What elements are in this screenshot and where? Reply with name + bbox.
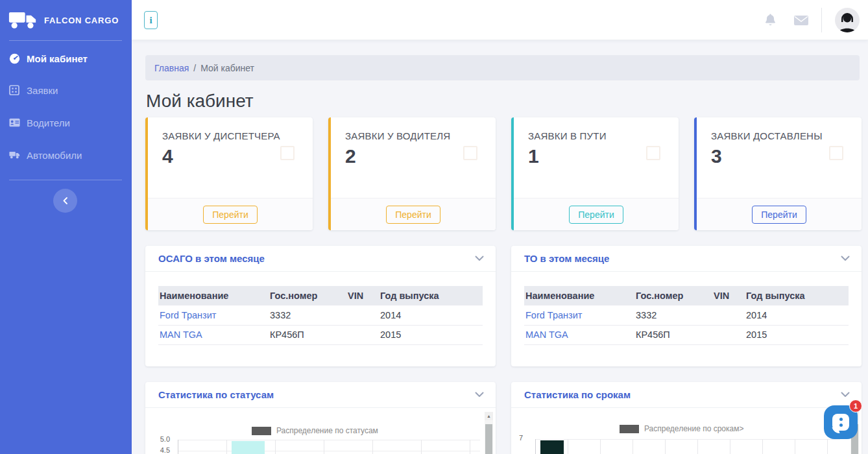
table-header-row: Наименование Гос.номер VIN Год выпуска — [524, 286, 849, 305]
panel-title: Статистика по срокам — [524, 389, 631, 400]
dashboard-icon — [9, 53, 20, 64]
stat-card-ghost-icon — [829, 146, 843, 160]
requests-icon — [9, 85, 20, 96]
stat-card-label: ЗАЯВКИ У ВОДИТЕЛЯ — [345, 130, 484, 141]
page-title: Мой кабинет — [146, 91, 254, 112]
sidebar-item-my-cabinet[interactable]: Мой кабинет — [9, 51, 126, 66]
messages-envelope-icon[interactable] — [794, 13, 808, 27]
y-axis-tick: 7 — [506, 434, 523, 442]
chart-bar — [232, 441, 265, 454]
to-table: Наименование Гос.номер VIN Год выпуска F… — [524, 286, 849, 345]
stat-card-dispatcher: ЗАЯВКИ У ДИСПЕТЧЕРА 4 Перейти — [145, 117, 313, 230]
chat-unread-badge: 1 — [849, 400, 862, 412]
year-cell: 2014 — [745, 305, 849, 325]
stat-card-ghost-icon — [646, 146, 660, 160]
stat-card-delivered: ЗАЯВКИ ДОСТАВЛЕНЫ 3 Перейти — [694, 117, 862, 230]
topbar-actions — [763, 0, 860, 40]
sidebar-divider — [9, 180, 122, 180]
table-header-row: Наименование Гос.номер VIN Год выпуска — [158, 286, 483, 305]
info-button[interactable]: i — [144, 11, 158, 29]
stat-card-ghost-icon — [280, 146, 295, 160]
panel-title: ТО в этом месяце — [524, 253, 609, 264]
panel-scrollbar[interactable]: ▲ — [485, 412, 493, 454]
chevron-left-icon — [62, 197, 68, 205]
user-avatar[interactable] — [835, 8, 860, 32]
sidebar-item-label: Заявки — [27, 85, 58, 96]
panel-title: ОСАГО в этом месяце — [158, 253, 265, 264]
vehicle-link[interactable]: Ford Транзит — [525, 310, 582, 320]
y-axis-tick: 5.0 — [153, 435, 170, 443]
vehicle-link[interactable]: MAN TGA — [525, 329, 568, 340]
brand-name: FALCON CARGO — [44, 16, 119, 25]
sidebar-collapse-button[interactable] — [53, 189, 77, 213]
go-button[interactable]: Перейти — [386, 206, 440, 224]
column-header: Гос.номер — [634, 286, 712, 305]
scroll-up-arrow[interactable]: ▲ — [485, 412, 493, 420]
plate-cell: КР456П — [634, 325, 712, 344]
sidebar-item-vehicles[interactable]: Автомобили — [9, 147, 126, 163]
vin-cell — [712, 305, 745, 325]
breadcrumb: Главная / Мой кабинет — [145, 55, 860, 80]
go-button[interactable]: Перейти — [203, 206, 257, 224]
table-row: Ford Транзит 3332 2014 — [524, 305, 849, 325]
sidebar-item-label: Автомобили — [27, 150, 82, 161]
scrollbar-thumb[interactable] — [485, 424, 492, 454]
legend-swatch — [252, 427, 271, 435]
drivers-id-card-icon — [9, 117, 20, 128]
plate-cell: 3332 — [634, 305, 712, 325]
column-header: VIN — [346, 286, 379, 305]
panel-title: Статистика по статусам — [158, 389, 274, 400]
chevron-down-icon[interactable] — [841, 256, 850, 261]
go-button[interactable]: Перейти — [752, 206, 806, 224]
term-bar-chart: Распределение по срокам> 7 — [511, 408, 862, 454]
panel-osago: ОСАГО в этом месяце Наименование Гос.ном… — [145, 246, 496, 366]
column-header: VIN — [712, 286, 745, 305]
main-content: Главная / Мой кабинет Мой кабинет ЗАЯВКИ… — [132, 40, 868, 454]
chevron-down-icon[interactable] — [475, 392, 484, 398]
stat-card-in-transit: ЗАЯВКИ В ПУТИ 1 Перейти — [511, 117, 679, 230]
breadcrumb-home-link[interactable]: Главная — [154, 63, 189, 73]
topbar: i — [132, 0, 868, 40]
column-header: Гос.номер — [269, 286, 346, 305]
chat-widget-button[interactable]: 1 — [824, 405, 858, 439]
stat-card-ghost-icon — [463, 146, 477, 160]
stat-card-driver: ЗАЯВКИ У ВОДИТЕЛЯ 2 Перейти — [328, 117, 496, 230]
y-axis-tick: 4.5 — [153, 446, 170, 454]
legend-label: Распределение по статусам — [276, 426, 378, 435]
plate-cell: КР456П — [269, 325, 346, 344]
table-row: Ford Транзит 3332 2014 — [158, 305, 483, 325]
sidebar-item-requests[interactable]: Заявки — [9, 82, 126, 98]
vehicle-link[interactable]: Ford Транзит — [160, 310, 216, 320]
topbar-divider — [821, 8, 822, 32]
app-window: FALCON CARGO Мой кабинет — [0, 0, 868, 454]
chart-bar — [540, 440, 564, 454]
chevron-down-icon[interactable] — [841, 392, 850, 398]
notifications-bell-icon[interactable] — [763, 13, 777, 27]
sidebar-item-drivers[interactable]: Водители — [9, 115, 126, 130]
sidebar-item-label: Водители — [27, 117, 70, 128]
chat-bubble-icon — [832, 414, 849, 431]
vin-cell — [346, 305, 379, 325]
vin-cell — [346, 325, 379, 344]
sidebar-item-label: Мой кабинет — [27, 53, 88, 64]
table-row: MAN TGA КР456П 2015 — [158, 325, 483, 344]
legend-label: Распределение по срокам> — [644, 424, 743, 433]
stat-card-label: ЗАЯВКИ У ДИСПЕТЧЕРА — [162, 130, 301, 141]
brand-logo[interactable]: FALCON CARGO — [0, 0, 132, 40]
osago-table: Наименование Гос.номер VIN Год выпуска F… — [158, 286, 483, 345]
go-button[interactable]: Перейти — [569, 206, 623, 224]
year-cell: 2014 — [379, 305, 483, 325]
chevron-down-icon[interactable] — [475, 256, 484, 261]
stat-card-label: ЗАЯВКИ ДОСТАВЛЕНЫ — [711, 130, 850, 141]
year-cell: 2015 — [379, 325, 483, 344]
sidebar: FALCON CARGO Мой кабинет — [0, 0, 132, 454]
truck-icon — [9, 150, 20, 161]
column-header: Год выпуска — [379, 286, 483, 305]
year-cell: 2015 — [745, 325, 849, 344]
vehicle-link[interactable]: MAN TGA — [160, 329, 202, 340]
column-header: Наименование — [158, 286, 269, 305]
column-header: Год выпуска — [745, 286, 849, 305]
sidebar-divider — [9, 40, 122, 41]
stat-card-label: ЗАЯВКИ В ПУТИ — [528, 130, 667, 141]
table-row: MAN TGA КР456П 2015 — [524, 325, 849, 344]
